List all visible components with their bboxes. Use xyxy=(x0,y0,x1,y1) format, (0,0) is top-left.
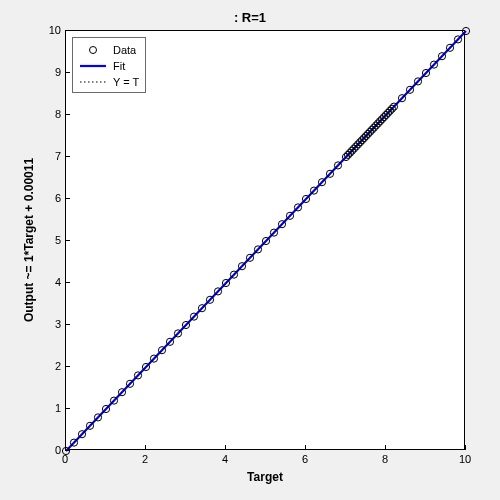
x-tick xyxy=(305,445,306,450)
y-axis-label: Output ~= 1*Target + 0.00011 xyxy=(22,30,36,450)
x-tick xyxy=(225,445,226,450)
y-tick-label: 5 xyxy=(43,234,61,246)
y-tick-label: 0 xyxy=(43,444,61,456)
y-tick-label: 6 xyxy=(43,192,61,204)
chart-axes: Data Fit Y = T xyxy=(65,30,465,450)
legend-entry-data: Data xyxy=(79,42,139,58)
legend-swatch-fit xyxy=(79,60,107,72)
y-tick xyxy=(65,324,70,325)
x-tick xyxy=(465,445,466,450)
legend-label-fit: Fit xyxy=(113,60,125,72)
x-tick xyxy=(145,445,146,450)
legend-label-yt: Y = T xyxy=(113,76,139,88)
y-tick xyxy=(65,282,70,283)
x-axis-label: Target xyxy=(65,470,465,484)
plot-area xyxy=(66,31,466,451)
y-tick-label: 8 xyxy=(43,108,61,120)
x-tick-label: 10 xyxy=(459,453,471,465)
y-tick xyxy=(65,240,70,241)
y-tick xyxy=(65,408,70,409)
x-tick-label: 8 xyxy=(382,453,388,465)
y-tick xyxy=(65,450,70,451)
x-tick-label: 0 xyxy=(62,453,68,465)
y-tick xyxy=(65,114,70,115)
y-tick-label: 1 xyxy=(43,402,61,414)
x-tick xyxy=(385,445,386,450)
legend-label-data: Data xyxy=(113,44,136,56)
legend-entry-yt: Y = T xyxy=(79,74,139,90)
y-tick-label: 4 xyxy=(43,276,61,288)
y-tick xyxy=(65,198,70,199)
y-tick-label: 10 xyxy=(43,24,61,36)
x-tick-label: 4 xyxy=(222,453,228,465)
y-tick-label: 2 xyxy=(43,360,61,372)
legend-swatch-yt xyxy=(79,76,107,88)
y-tick-label: 9 xyxy=(43,66,61,78)
chart-title: : R=1 xyxy=(0,10,500,25)
y-tick xyxy=(65,156,70,157)
y-tick xyxy=(65,72,70,73)
y-tick xyxy=(65,366,70,367)
y-tick xyxy=(65,30,70,31)
y-tick-label: 7 xyxy=(43,150,61,162)
x-tick-label: 2 xyxy=(142,453,148,465)
legend-swatch-data xyxy=(79,44,107,56)
svg-point-0 xyxy=(90,47,97,54)
x-tick-label: 6 xyxy=(302,453,308,465)
legend-entry-fit: Fit xyxy=(79,58,139,74)
chart-legend: Data Fit Y = T xyxy=(72,37,146,93)
figure-window: : R=1 Data Fit Y = T xyxy=(0,0,500,500)
y-tick-label: 3 xyxy=(43,318,61,330)
